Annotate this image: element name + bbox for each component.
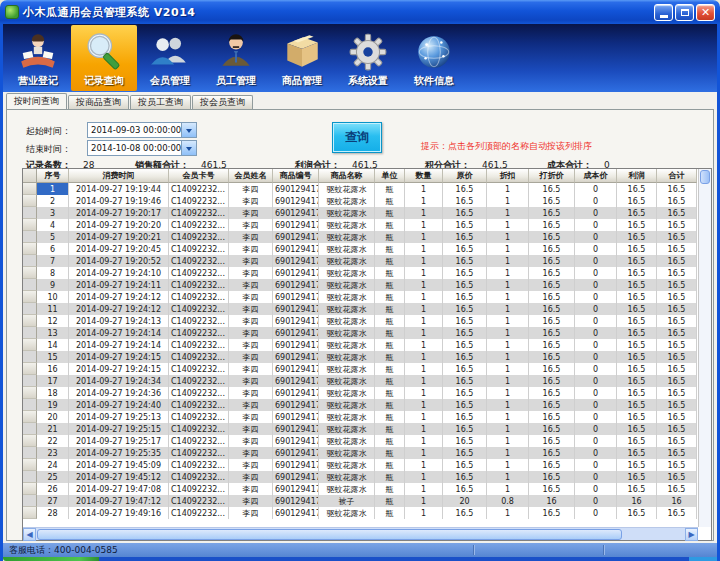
tab-by-time[interactable]: 按时间查询	[6, 93, 67, 109]
column-header[interactable]: 会员卡号	[169, 169, 229, 183]
tab-by-staff[interactable]: 按员工查询	[130, 95, 191, 109]
vertical-scrollbar-thumb[interactable]	[700, 170, 710, 184]
column-header[interactable]: 数量	[405, 169, 443, 183]
column-header[interactable]: 打折价	[529, 169, 575, 183]
column-header[interactable]: 成本价	[575, 169, 617, 183]
table-row[interactable]: 132014-09-27 19:24:14C14092232...李四69012…	[23, 327, 698, 339]
minimize-button[interactable]	[654, 4, 673, 21]
toolbar-item-member-management[interactable]: 会员管理	[137, 25, 203, 91]
table-row[interactable]: 122014-09-27 19:24:13C14092232...李四69012…	[23, 315, 698, 327]
toolbar-item-software-info[interactable]: 软件信息	[401, 25, 467, 91]
toolbar-item-product-management[interactable]: 商品管理	[269, 25, 335, 91]
column-header[interactable]: 消费时间	[69, 169, 169, 183]
row-selector[interactable]	[23, 291, 37, 303]
table-row[interactable]: 102014-09-27 19:24:12C14092232...李四69012…	[23, 291, 698, 303]
close-button[interactable]: ✕	[696, 4, 715, 21]
restore-button[interactable]	[675, 4, 694, 21]
column-header[interactable]: 合计	[657, 169, 697, 183]
scroll-right-icon[interactable]: ▶	[685, 528, 698, 541]
table-row[interactable]: 12014-09-27 19:19:44C14092232...李四690129…	[23, 183, 698, 195]
row-selector[interactable]	[23, 363, 37, 375]
row-selector[interactable]	[23, 351, 37, 363]
row-selector[interactable]	[23, 471, 37, 483]
table-row[interactable]: 42014-09-27 19:20:20C14092232...李四690129…	[23, 219, 698, 231]
table-row[interactable]: 242014-09-27 19:45:09C14092232...李四69012…	[23, 459, 698, 471]
row-selector[interactable]	[23, 279, 37, 291]
toolbar-item-record-query[interactable]: 记录查询	[71, 25, 137, 91]
table-row[interactable]: 202014-09-27 19:25:13C14092232...李四69012…	[23, 411, 698, 423]
cell: 16.5	[529, 339, 575, 351]
table-row[interactable]: 82014-09-27 19:24:10C14092232...李四690129…	[23, 267, 698, 279]
row-selector[interactable]	[23, 303, 37, 315]
table-row[interactable]: 92014-09-27 19:24:11C14092232...李四690129…	[23, 279, 698, 291]
toolbar-item-staff-management[interactable]: 员工管理	[203, 25, 269, 91]
table-row[interactable]: 182014-09-27 19:24:36C14092232...李四69012…	[23, 387, 698, 399]
row-selector[interactable]	[23, 423, 37, 435]
row-selector[interactable]	[23, 207, 37, 219]
column-header[interactable]: 单位	[375, 169, 405, 183]
table-row[interactable]: 282014-09-27 19:49:16C14092232...李四69012…	[23, 507, 698, 519]
column-header[interactable]: 商品名称	[319, 169, 375, 183]
table-row[interactable]: 52014-09-27 19:20:21C14092232...李四690129…	[23, 231, 698, 243]
row-selector[interactable]	[23, 435, 37, 447]
row-selector[interactable]	[23, 411, 37, 423]
table-row[interactable]: 22014-09-27 19:19:46C14092232...李四690129…	[23, 195, 698, 207]
table-row[interactable]: 212014-09-27 19:25:15C14092232...李四69012…	[23, 423, 698, 435]
table-row[interactable]: 72014-09-27 19:20:52C14092232...李四690129…	[23, 255, 698, 267]
row-selector[interactable]	[23, 255, 37, 267]
table-row[interactable]: 222014-09-27 19:25:17C14092232...李四69012…	[23, 435, 698, 447]
toolbar-item-system-settings[interactable]: 系统设置	[335, 25, 401, 91]
start-time-combo[interactable]: 2014-09-03 00:00:00	[87, 122, 197, 138]
row-selector[interactable]	[23, 267, 37, 279]
table-row[interactable]: 32014-09-27 19:20:17C14092232...李四690129…	[23, 207, 698, 219]
column-header[interactable]: 序号	[37, 169, 69, 183]
table-row[interactable]: 262014-09-27 19:47:08C14092232...李四69012…	[23, 483, 698, 495]
row-selector[interactable]	[23, 483, 37, 495]
table-row[interactable]: 112014-09-27 19:24:12C14092232...李四69012…	[23, 303, 698, 315]
row-selector[interactable]	[23, 339, 37, 351]
row-selector[interactable]	[23, 219, 37, 231]
table-row[interactable]: 162014-09-27 19:24:15C14092232...李四69012…	[23, 363, 698, 375]
column-header[interactable]: 利润	[617, 169, 657, 183]
row-selector[interactable]	[23, 243, 37, 255]
table-row[interactable]: 252014-09-27 19:45:12C14092232...李四69012…	[23, 471, 698, 483]
row-selector[interactable]	[23, 507, 37, 519]
table-row[interactable]: 272014-09-27 19:47:12C14092232...李四69012…	[23, 495, 698, 507]
row-selector[interactable]	[23, 495, 37, 507]
table-row[interactable]: 142014-09-27 19:24:14C14092232...李四69012…	[23, 339, 698, 351]
toolbar-item-business-register[interactable]: 营业登记	[5, 25, 71, 91]
scroll-left-icon[interactable]: ◀	[23, 528, 36, 541]
end-time-combo[interactable]: 2014-10-08 00:00:00	[87, 140, 197, 156]
table-row[interactable]: 232014-09-27 19:25:35C14092232...李四69012…	[23, 447, 698, 459]
cell: 690129417...	[273, 195, 319, 207]
vertical-scrollbar[interactable]	[698, 169, 711, 527]
row-selector[interactable]	[23, 447, 37, 459]
row-selector[interactable]	[23, 327, 37, 339]
table-row[interactable]: 172014-09-27 19:24:34C14092232...李四69012…	[23, 375, 698, 387]
chevron-down-icon[interactable]	[181, 123, 196, 137]
table-row[interactable]: 62014-09-27 19:20:45C14092232...李四690129…	[23, 243, 698, 255]
horizontal-scrollbar-thumb[interactable]	[37, 529, 622, 540]
row-selector[interactable]	[23, 183, 37, 195]
row-selector[interactable]	[23, 195, 37, 207]
cell: C14092232...	[169, 459, 229, 471]
row-selector[interactable]	[23, 399, 37, 411]
tab-by-product[interactable]: 按商品查询	[68, 95, 129, 109]
row-selector[interactable]	[23, 387, 37, 399]
cell: 16.5	[657, 423, 697, 435]
tab-by-member[interactable]: 按会员查询	[192, 95, 253, 109]
row-selector[interactable]	[23, 375, 37, 387]
row-selector[interactable]	[23, 459, 37, 471]
query-button[interactable]: 查询	[332, 122, 382, 153]
column-header[interactable]: 原价	[443, 169, 487, 183]
cell: C14092232...	[169, 243, 229, 255]
column-header[interactable]: 折扣	[487, 169, 529, 183]
table-row[interactable]: 192014-09-27 19:24:40C14092232...李四69012…	[23, 399, 698, 411]
column-header[interactable]: 商品编号	[273, 169, 319, 183]
row-selector[interactable]	[23, 231, 37, 243]
row-selector[interactable]	[23, 315, 37, 327]
table-row[interactable]: 152014-09-27 19:24:15C14092232...李四69012…	[23, 351, 698, 363]
horizontal-scrollbar[interactable]: ◀ ▶	[23, 527, 698, 540]
column-header[interactable]: 会员姓名	[229, 169, 273, 183]
chevron-down-icon[interactable]	[181, 141, 196, 155]
